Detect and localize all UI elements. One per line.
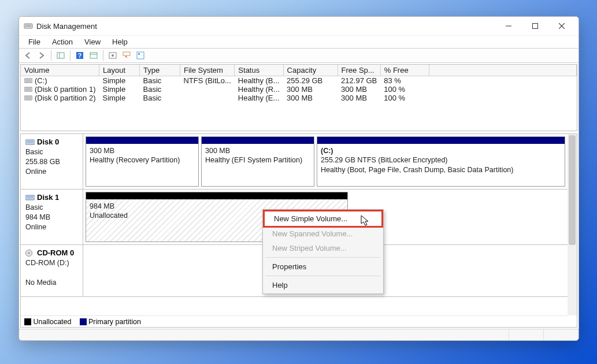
- back-button[interactable]: [21, 50, 34, 61]
- partition-body: 300 MBHealthy (Recovery Partition): [86, 144, 198, 168]
- minimize-button[interactable]: [495, 17, 522, 35]
- svg-point-14: [112, 54, 114, 57]
- svg-rect-2: [25, 26, 31, 27]
- col-status[interactable]: Status: [235, 65, 283, 76]
- svg-rect-31: [27, 196, 34, 197]
- svg-point-34: [28, 252, 30, 254]
- status-cell-2: [509, 329, 544, 340]
- col-type[interactable]: Type: [139, 65, 180, 76]
- col-capacity[interactable]: Capacity: [283, 65, 338, 76]
- svg-text:?: ?: [78, 52, 82, 59]
- partition[interactable]: 300 MBHealthy (Recovery Partition): [86, 136, 199, 187]
- scrollbar-thumb[interactable]: [569, 135, 576, 245]
- properties-icon[interactable]: [87, 50, 100, 61]
- show-hide-console-tree-icon[interactable]: [54, 50, 67, 61]
- context-menu-item[interactable]: Properties: [263, 259, 383, 274]
- vol-fs: NTFS (BitLo...: [180, 76, 234, 86]
- forward-button[interactable]: [35, 50, 48, 61]
- col-freespace[interactable]: Free Sp...: [338, 65, 380, 76]
- vol-type: Basic: [139, 94, 180, 102]
- svg-rect-26: [25, 98, 31, 99]
- disk-label: CD-ROM 0CD-ROM (D:) No Media: [21, 245, 83, 296]
- vol-pct: 100 %: [380, 94, 429, 102]
- disk-name: CD-ROM 0: [37, 248, 74, 257]
- partition-bar: [86, 192, 347, 199]
- svg-rect-16: [137, 52, 144, 59]
- hdd-icon: [25, 139, 35, 147]
- app-icon: [24, 21, 33, 31]
- drive-icon: [24, 94, 32, 101]
- context-menu-separator: [265, 257, 381, 258]
- context-menu-item: New Spanned Volume...: [263, 226, 383, 241]
- context-menu-item[interactable]: Help: [263, 278, 383, 292]
- svg-rect-18: [24, 79, 32, 83]
- close-button[interactable]: [548, 17, 575, 35]
- context-menu-item: New Striped Volume...: [263, 241, 383, 255]
- col-filesystem[interactable]: File System: [180, 65, 234, 76]
- svg-rect-11: [90, 53, 97, 58]
- partition[interactable]: (C:)255.29 GB NTFS (BitLocker Encrypted)…: [317, 136, 565, 187]
- svg-rect-25: [25, 97, 31, 98]
- volumes-table: Volume Layout Type File System Status Ca…: [20, 64, 577, 131]
- vol-name: (Disk 0 partition 1): [35, 85, 95, 94]
- settings-top-icon[interactable]: [120, 50, 133, 61]
- disk-type: Basic: [25, 147, 78, 157]
- partition-body: (C:)255.29 GB NTFS (BitLocker Encrypted)…: [317, 144, 565, 177]
- svg-rect-29: [27, 142, 34, 143]
- menu-file[interactable]: File: [23, 36, 46, 47]
- svg-rect-19: [25, 80, 31, 80]
- table-row[interactable]: (C:)SimpleBasicNTFS (BitLo...Healthy (B.…: [21, 76, 577, 86]
- vol-fs: [180, 94, 234, 102]
- partition[interactable]: 300 MBHealthy (EFI System Partition): [201, 136, 314, 187]
- vol-status: Healthy (B...: [235, 76, 283, 86]
- table-row[interactable]: (Disk 0 partition 1)SimpleBasicHealthy (…: [21, 85, 577, 94]
- svg-rect-7: [57, 53, 64, 58]
- vol-status: Healthy (E...: [235, 94, 283, 102]
- vol-free: 300 MB: [338, 85, 380, 94]
- menu-action[interactable]: Action: [46, 36, 79, 47]
- disk-name: Disk 0: [37, 138, 59, 146]
- settings-bottom-icon[interactable]: [134, 50, 147, 61]
- svg-rect-15: [123, 52, 130, 55]
- legend-primary: Primary partition: [88, 318, 141, 326]
- disk-type: Basic: [25, 203, 78, 213]
- col-blank: [429, 65, 576, 76]
- col-layout[interactable]: Layout: [99, 65, 139, 76]
- disk-state: Online: [25, 167, 78, 177]
- disk-name: Disk 1: [37, 193, 59, 202]
- svg-rect-1: [25, 25, 31, 25]
- vol-type: Basic: [139, 85, 180, 94]
- svg-rect-23: [25, 90, 31, 90]
- col-volume[interactable]: Volume: [21, 65, 99, 76]
- column-headers: Volume Layout Type File System Status Ca…: [21, 65, 577, 76]
- help-icon[interactable]: ?: [73, 50, 86, 61]
- graphical-scrollbar[interactable]: [568, 134, 577, 315]
- status-cell-1: [19, 329, 509, 340]
- vol-type: Basic: [139, 76, 180, 86]
- vol-layout: Simple: [99, 94, 139, 102]
- svg-rect-32: [27, 198, 34, 198]
- svg-rect-22: [25, 88, 31, 89]
- vol-name: (Disk 0 partition 2): [35, 94, 95, 102]
- maximize-button[interactable]: [522, 17, 548, 35]
- vol-fs: [180, 85, 234, 94]
- context-menu: New Simple Volume...New Spanned Volume..…: [262, 209, 384, 294]
- toolbar: ?: [19, 48, 579, 63]
- context-menu-separator: [265, 276, 381, 276]
- refresh-icon[interactable]: [106, 50, 119, 61]
- vol-capacity: 300 MB: [283, 85, 338, 94]
- disk-size: 255.88 GB: [25, 157, 78, 167]
- vol-layout: Simple: [99, 76, 139, 86]
- disk-size: 984 MB: [25, 213, 78, 222]
- context-menu-item[interactable]: New Simple Volume...: [263, 210, 383, 228]
- vol-capacity: 300 MB: [283, 94, 338, 102]
- table-row[interactable]: (Disk 0 partition 2)SimpleBasicHealthy (…: [21, 94, 577, 102]
- svg-rect-20: [25, 81, 31, 81]
- vol-free: 212.97 GB: [338, 76, 380, 86]
- menu-view[interactable]: View: [79, 36, 106, 47]
- menu-help[interactable]: Help: [106, 36, 134, 47]
- col-pctfree[interactable]: % Free: [380, 65, 429, 76]
- disk-label: Disk 1Basic984 MBOnline: [21, 190, 83, 244]
- vol-name: (C:): [35, 76, 47, 85]
- vol-pct: 83 %: [380, 76, 429, 86]
